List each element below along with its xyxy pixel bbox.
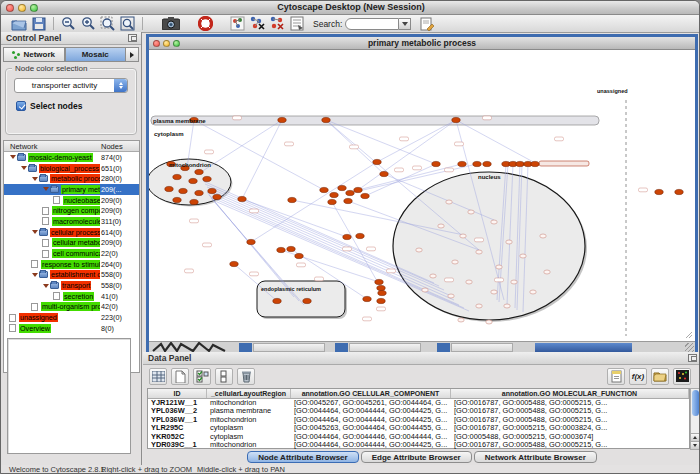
- table-row[interactable]: YJR121W__1mitochondrion[GO:0045267, GO:0…: [148, 399, 689, 407]
- network-node-small[interactable]: [460, 234, 466, 238]
- network-node[interactable]: [354, 187, 362, 192]
- network-node[interactable]: [247, 239, 255, 244]
- notepad-icon[interactable]: [607, 368, 625, 385]
- import-folder-icon[interactable]: [651, 368, 669, 385]
- tree-row[interactable]: nucleobase-209(0): [4, 195, 139, 206]
- network-node-small[interactable]: [476, 250, 482, 254]
- expand-triangle-icon[interactable]: [41, 284, 50, 288]
- network-node[interactable]: [380, 171, 388, 176]
- network-node[interactable]: [173, 197, 181, 202]
- table-row[interactable]: YPL036W__1mitochondrion[GO:0044464, GO:0…: [148, 416, 689, 424]
- network-node-small[interactable]: [520, 254, 526, 258]
- canvas-resize-grip-icon[interactable]: [686, 332, 692, 338]
- network-node-small[interactable]: [468, 210, 474, 214]
- network-node[interactable]: [195, 190, 203, 195]
- network-node[interactable]: [343, 234, 351, 239]
- network-node[interactable]: [363, 296, 371, 301]
- network-node[interactable]: [238, 196, 246, 201]
- network-node[interactable]: [377, 285, 385, 290]
- open-icon[interactable]: [9, 16, 29, 32]
- tree-row[interactable]: cellular process614(0): [4, 227, 139, 238]
- node-color-select[interactable]: transporter activity: [14, 78, 128, 93]
- network-node[interactable]: [473, 161, 481, 166]
- birds-eye-view[interactable]: [7, 338, 131, 454]
- minimized-view-thumbnail[interactable]: [451, 343, 513, 352]
- select-attributes-icon[interactable]: [193, 368, 211, 385]
- network-node-small[interactable]: [458, 318, 464, 322]
- help-icon[interactable]: [195, 16, 215, 32]
- tree-row[interactable]: mosaic-demo-yeast874(0): [4, 152, 139, 163]
- expand-triangle-icon[interactable]: [30, 273, 39, 277]
- network-node[interactable]: [230, 261, 238, 266]
- tab-edge-attribute-browser[interactable]: Edge Attribute Browser: [361, 451, 472, 463]
- network-node-small[interactable]: [452, 260, 458, 264]
- zoom-in-icon[interactable]: [78, 16, 98, 32]
- minimized-view-thumbnail[interactable]: [253, 343, 325, 352]
- tree-row[interactable]: secretion41(0): [4, 291, 139, 302]
- network-node-small[interactable]: [430, 274, 436, 278]
- network-node[interactable]: [208, 188, 216, 193]
- network-node[interactable]: [322, 117, 330, 122]
- network-node-small[interactable]: [530, 290, 536, 294]
- tab-scroll-right-icon[interactable]: [126, 47, 139, 62]
- matrix-icon[interactable]: [673, 368, 691, 385]
- scroll-down-icon[interactable]: [691, 441, 699, 449]
- network-node[interactable]: [179, 188, 187, 193]
- region-plasma-membrane[interactable]: [151, 116, 599, 125]
- tree-row[interactable]: transport558(0): [4, 280, 139, 291]
- column-header[interactable]: annotation.GO CELLULAR_COMPONENT: [291, 389, 451, 398]
- tree-row[interactable]: macromolecule311(0): [4, 216, 139, 227]
- network-node[interactable]: [278, 117, 286, 122]
- network-node[interactable]: [277, 247, 285, 252]
- tree-row[interactable]: nitrogen compo209(0): [4, 205, 139, 216]
- hide-selected-edges-icon[interactable]: [267, 16, 287, 32]
- float-panel-icon[interactable]: [688, 354, 697, 362]
- network-node[interactable]: [330, 192, 338, 197]
- network-node[interactable]: [675, 189, 683, 194]
- network-node-small[interactable]: [446, 200, 452, 204]
- column-header[interactable]: annotation.GO MOLECULAR_FUNCTION: [451, 389, 689, 398]
- network-node-small[interactable]: [506, 240, 512, 244]
- minimized-view-icon[interactable]: [437, 343, 450, 352]
- tab-node-attribute-browser[interactable]: Node Attribute Browser: [247, 451, 359, 463]
- network-node[interactable]: [203, 176, 211, 181]
- table-row[interactable]: YDR039C__1mitochondrion[GO:0044464, GO:0…: [148, 441, 689, 449]
- network-node[interactable]: [375, 279, 383, 284]
- tab-network-attribute-browser[interactable]: Network Attribute Browser: [474, 451, 597, 463]
- table-row[interactable]: YPL036W__2plasma membrane[GO:0044464, GO…: [148, 407, 689, 415]
- table-row[interactable]: YLR295Ccytoplasm[GO:0045263, GO:0044464,…: [148, 424, 689, 432]
- function-builder-icon[interactable]: f(x): [629, 368, 647, 385]
- column-header[interactable]: _cellularLayoutRegion: [207, 389, 291, 398]
- zoom-out-icon[interactable]: [58, 16, 78, 32]
- network-node[interactable]: [483, 161, 491, 166]
- annotation-icon[interactable]: [417, 16, 437, 32]
- tree-row[interactable]: cellular metabol209(0): [4, 238, 139, 249]
- network-node-small[interactable]: [504, 304, 510, 308]
- expand-triangle-icon[interactable]: [30, 230, 39, 234]
- network-node[interactable]: [378, 290, 386, 295]
- network-node-small[interactable]: [496, 265, 502, 269]
- network-node[interactable]: [516, 161, 524, 166]
- select-nodes-checkbox[interactable]: [16, 101, 26, 111]
- network-node-small[interactable]: [540, 234, 546, 238]
- tree-row[interactable]: primary metabo209(...: [4, 184, 139, 195]
- search-input[interactable]: [345, 18, 399, 30]
- network-node-small[interactable]: [476, 304, 482, 308]
- network-node[interactable]: [295, 253, 303, 258]
- minimized-view-icon[interactable]: [335, 343, 348, 352]
- network-node-small[interactable]: [544, 270, 550, 274]
- network-canvas[interactable]: plasma membranecytoplasmmitochondrionnuc…: [149, 50, 695, 341]
- tree-row[interactable]: biological_process651(0): [4, 163, 139, 174]
- network-node-small[interactable]: [491, 290, 497, 294]
- network-node[interactable]: [458, 161, 466, 166]
- network-node[interactable]: [213, 194, 221, 199]
- network-node[interactable]: [356, 233, 364, 238]
- column-header[interactable]: ID: [148, 389, 207, 398]
- network-node[interactable]: [328, 199, 336, 204]
- network-node[interactable]: [373, 159, 381, 164]
- network-node-small[interactable]: [491, 220, 497, 224]
- network-node[interactable]: [338, 185, 346, 190]
- network-node-small[interactable]: [448, 294, 454, 298]
- zoom-fit-icon[interactable]: [118, 16, 138, 32]
- expand-triangle-icon[interactable]: [30, 177, 39, 181]
